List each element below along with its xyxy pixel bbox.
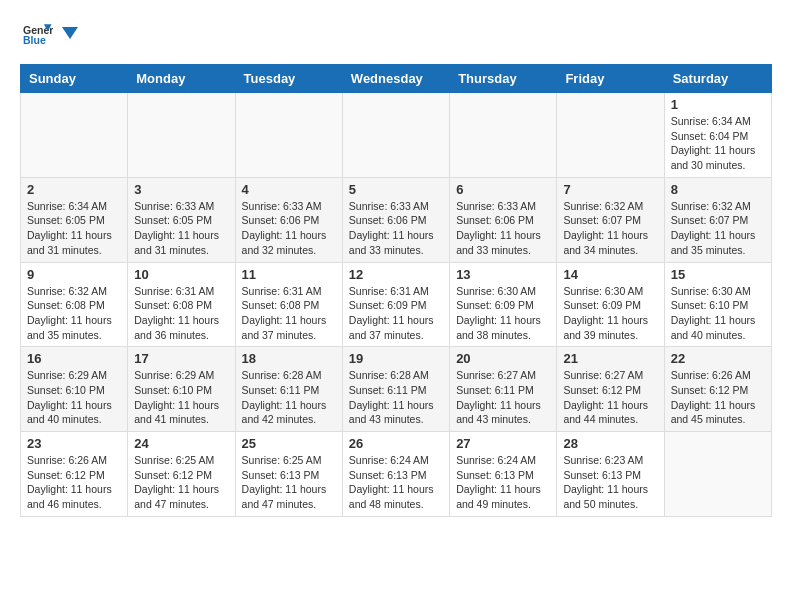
weekday-header-thursday: Thursday	[450, 65, 557, 93]
day-number: 27	[456, 436, 550, 451]
day-number: 11	[242, 267, 336, 282]
day-info: Sunrise: 6:31 AM Sunset: 6:08 PM Dayligh…	[134, 284, 228, 343]
day-number: 28	[563, 436, 657, 451]
calendar-table: SundayMondayTuesdayWednesdayThursdayFrid…	[20, 64, 772, 517]
calendar-header-row: SundayMondayTuesdayWednesdayThursdayFrid…	[21, 65, 772, 93]
calendar-week-row: 16Sunrise: 6:29 AM Sunset: 6:10 PM Dayli…	[21, 347, 772, 432]
day-info: Sunrise: 6:32 AM Sunset: 6:07 PM Dayligh…	[671, 199, 765, 258]
day-info: Sunrise: 6:27 AM Sunset: 6:11 PM Dayligh…	[456, 368, 550, 427]
day-info: Sunrise: 6:30 AM Sunset: 6:09 PM Dayligh…	[456, 284, 550, 343]
calendar-cell	[342, 93, 449, 178]
day-number: 8	[671, 182, 765, 197]
calendar-cell: 19Sunrise: 6:28 AM Sunset: 6:11 PM Dayli…	[342, 347, 449, 432]
day-info: Sunrise: 6:33 AM Sunset: 6:06 PM Dayligh…	[242, 199, 336, 258]
day-number: 4	[242, 182, 336, 197]
day-number: 6	[456, 182, 550, 197]
day-number: 20	[456, 351, 550, 366]
calendar-week-row: 2Sunrise: 6:34 AM Sunset: 6:05 PM Daylig…	[21, 177, 772, 262]
day-info: Sunrise: 6:28 AM Sunset: 6:11 PM Dayligh…	[242, 368, 336, 427]
day-info: Sunrise: 6:34 AM Sunset: 6:05 PM Dayligh…	[27, 199, 121, 258]
day-number: 9	[27, 267, 121, 282]
day-number: 3	[134, 182, 228, 197]
weekday-header-monday: Monday	[128, 65, 235, 93]
svg-text:Blue: Blue	[23, 34, 46, 46]
calendar-week-row: 1Sunrise: 6:34 AM Sunset: 6:04 PM Daylig…	[21, 93, 772, 178]
calendar-cell: 14Sunrise: 6:30 AM Sunset: 6:09 PM Dayli…	[557, 262, 664, 347]
day-info: Sunrise: 6:26 AM Sunset: 6:12 PM Dayligh…	[27, 453, 121, 512]
day-info: Sunrise: 6:33 AM Sunset: 6:05 PM Dayligh…	[134, 199, 228, 258]
day-info: Sunrise: 6:33 AM Sunset: 6:06 PM Dayligh…	[349, 199, 443, 258]
calendar-cell: 24Sunrise: 6:25 AM Sunset: 6:12 PM Dayli…	[128, 432, 235, 517]
calendar-cell: 8Sunrise: 6:32 AM Sunset: 6:07 PM Daylig…	[664, 177, 771, 262]
calendar-cell: 21Sunrise: 6:27 AM Sunset: 6:12 PM Dayli…	[557, 347, 664, 432]
weekday-header-sunday: Sunday	[21, 65, 128, 93]
day-number: 23	[27, 436, 121, 451]
day-number: 5	[349, 182, 443, 197]
day-info: Sunrise: 6:24 AM Sunset: 6:13 PM Dayligh…	[349, 453, 443, 512]
calendar-cell: 4Sunrise: 6:33 AM Sunset: 6:06 PM Daylig…	[235, 177, 342, 262]
calendar-cell	[21, 93, 128, 178]
weekday-header-wednesday: Wednesday	[342, 65, 449, 93]
calendar-cell	[128, 93, 235, 178]
calendar-cell	[664, 432, 771, 517]
weekday-header-saturday: Saturday	[664, 65, 771, 93]
calendar-cell: 20Sunrise: 6:27 AM Sunset: 6:11 PM Dayli…	[450, 347, 557, 432]
calendar-cell: 1Sunrise: 6:34 AM Sunset: 6:04 PM Daylig…	[664, 93, 771, 178]
calendar-cell: 7Sunrise: 6:32 AM Sunset: 6:07 PM Daylig…	[557, 177, 664, 262]
calendar-cell: 25Sunrise: 6:25 AM Sunset: 6:13 PM Dayli…	[235, 432, 342, 517]
day-number: 7	[563, 182, 657, 197]
day-number: 24	[134, 436, 228, 451]
logo: General Blue	[20, 20, 80, 54]
calendar-cell	[557, 93, 664, 178]
day-info: Sunrise: 6:30 AM Sunset: 6:10 PM Dayligh…	[671, 284, 765, 343]
calendar-cell: 11Sunrise: 6:31 AM Sunset: 6:08 PM Dayli…	[235, 262, 342, 347]
calendar-cell: 10Sunrise: 6:31 AM Sunset: 6:08 PM Dayli…	[128, 262, 235, 347]
day-info: Sunrise: 6:30 AM Sunset: 6:09 PM Dayligh…	[563, 284, 657, 343]
day-info: Sunrise: 6:23 AM Sunset: 6:13 PM Dayligh…	[563, 453, 657, 512]
calendar-cell: 2Sunrise: 6:34 AM Sunset: 6:05 PM Daylig…	[21, 177, 128, 262]
calendar-cell: 9Sunrise: 6:32 AM Sunset: 6:08 PM Daylig…	[21, 262, 128, 347]
day-number: 12	[349, 267, 443, 282]
logo-icon: General Blue	[23, 20, 53, 50]
day-info: Sunrise: 6:28 AM Sunset: 6:11 PM Dayligh…	[349, 368, 443, 427]
calendar-cell	[235, 93, 342, 178]
day-number: 25	[242, 436, 336, 451]
day-info: Sunrise: 6:29 AM Sunset: 6:10 PM Dayligh…	[134, 368, 228, 427]
calendar-cell: 12Sunrise: 6:31 AM Sunset: 6:09 PM Dayli…	[342, 262, 449, 347]
calendar-cell: 5Sunrise: 6:33 AM Sunset: 6:06 PM Daylig…	[342, 177, 449, 262]
calendar-cell: 15Sunrise: 6:30 AM Sunset: 6:10 PM Dayli…	[664, 262, 771, 347]
calendar-week-row: 23Sunrise: 6:26 AM Sunset: 6:12 PM Dayli…	[21, 432, 772, 517]
day-number: 1	[671, 97, 765, 112]
weekday-header-friday: Friday	[557, 65, 664, 93]
day-number: 19	[349, 351, 443, 366]
calendar-cell: 18Sunrise: 6:28 AM Sunset: 6:11 PM Dayli…	[235, 347, 342, 432]
weekday-header-tuesday: Tuesday	[235, 65, 342, 93]
day-info: Sunrise: 6:26 AM Sunset: 6:12 PM Dayligh…	[671, 368, 765, 427]
day-info: Sunrise: 6:27 AM Sunset: 6:12 PM Dayligh…	[563, 368, 657, 427]
logo-chevron-icon	[60, 23, 80, 43]
day-number: 21	[563, 351, 657, 366]
day-info: Sunrise: 6:34 AM Sunset: 6:04 PM Dayligh…	[671, 114, 765, 173]
page-header: General Blue	[20, 20, 772, 54]
day-number: 18	[242, 351, 336, 366]
day-number: 22	[671, 351, 765, 366]
day-number: 15	[671, 267, 765, 282]
day-info: Sunrise: 6:25 AM Sunset: 6:12 PM Dayligh…	[134, 453, 228, 512]
day-number: 2	[27, 182, 121, 197]
day-info: Sunrise: 6:32 AM Sunset: 6:07 PM Dayligh…	[563, 199, 657, 258]
day-number: 13	[456, 267, 550, 282]
day-info: Sunrise: 6:24 AM Sunset: 6:13 PM Dayligh…	[456, 453, 550, 512]
calendar-cell: 23Sunrise: 6:26 AM Sunset: 6:12 PM Dayli…	[21, 432, 128, 517]
calendar-cell: 28Sunrise: 6:23 AM Sunset: 6:13 PM Dayli…	[557, 432, 664, 517]
calendar-cell: 17Sunrise: 6:29 AM Sunset: 6:10 PM Dayli…	[128, 347, 235, 432]
day-info: Sunrise: 6:25 AM Sunset: 6:13 PM Dayligh…	[242, 453, 336, 512]
calendar-cell: 26Sunrise: 6:24 AM Sunset: 6:13 PM Dayli…	[342, 432, 449, 517]
day-info: Sunrise: 6:31 AM Sunset: 6:09 PM Dayligh…	[349, 284, 443, 343]
svg-marker-3	[62, 27, 78, 39]
calendar-cell: 13Sunrise: 6:30 AM Sunset: 6:09 PM Dayli…	[450, 262, 557, 347]
day-number: 14	[563, 267, 657, 282]
day-number: 10	[134, 267, 228, 282]
calendar-cell: 6Sunrise: 6:33 AM Sunset: 6:06 PM Daylig…	[450, 177, 557, 262]
calendar-week-row: 9Sunrise: 6:32 AM Sunset: 6:08 PM Daylig…	[21, 262, 772, 347]
calendar-cell: 16Sunrise: 6:29 AM Sunset: 6:10 PM Dayli…	[21, 347, 128, 432]
